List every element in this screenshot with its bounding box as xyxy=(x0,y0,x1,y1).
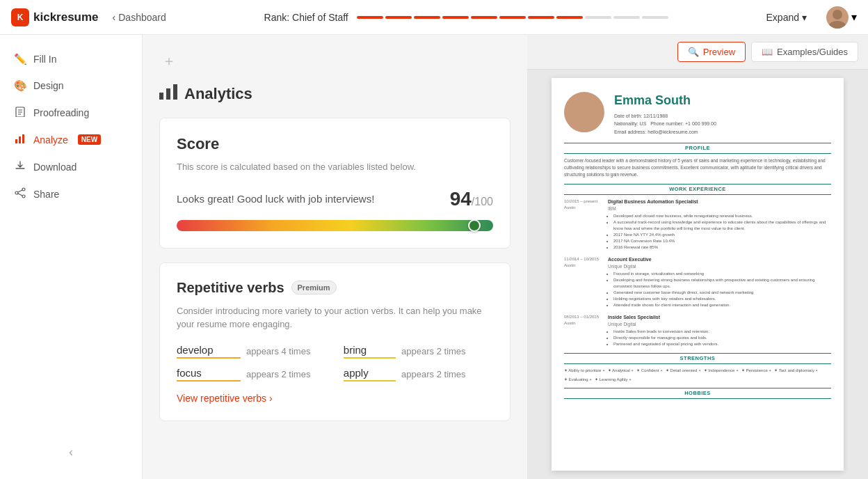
resume-header: Emma South Date of birth: 12/11/1988 Nat… xyxy=(564,92,831,136)
verb-focus-count: appears 2 times xyxy=(246,369,338,379)
verb-apply-count: appears 2 times xyxy=(401,369,493,379)
work-company-3: Unique Digital xyxy=(608,321,831,327)
edit-icon: ✏️ xyxy=(14,53,26,65)
rank-seg-8 xyxy=(556,16,583,19)
bullet: Generated new customer base through dire… xyxy=(613,290,831,296)
svg-rect-15 xyxy=(166,88,170,100)
resume-nationality: Nationality: US xyxy=(614,121,646,126)
resume-dob: Date of birth: 12/11/1988 xyxy=(614,112,716,120)
resume-work-title: Work experience xyxy=(564,184,831,196)
analyze-icon xyxy=(14,133,26,146)
work-content-2: Account Executive Unique Digital Focused… xyxy=(608,256,831,308)
score-denom: /100 xyxy=(472,196,493,207)
svg-rect-8 xyxy=(22,134,24,143)
strength-1: ✦ Ability to prioritize xyxy=(564,368,605,373)
rank-label: Rank: Chief of Staff xyxy=(264,12,348,23)
sidebar-item-download-label: Download xyxy=(33,162,77,173)
logo: K kickresume xyxy=(11,8,99,26)
work-date-2: 11/2014 – 10/2015 Austin xyxy=(564,256,602,308)
strength-3: ✦ Confident xyxy=(636,368,663,373)
dashboard-link[interactable]: Dashboard xyxy=(118,12,166,23)
chevron-right-icon: › xyxy=(269,393,273,404)
work-date-1: 10/2015 – present Austin xyxy=(564,198,602,251)
rank-seg-4 xyxy=(442,16,469,19)
rank-area: Rank: Chief of Staff xyxy=(175,12,758,23)
user-menu[interactable]: ▾ xyxy=(826,6,857,29)
analytics-header: Analytics xyxy=(159,84,511,104)
back-button[interactable]: ‹ Dashboard xyxy=(113,12,166,23)
repetitive-verbs-heading: Repetitive verbs xyxy=(177,280,284,296)
bullet: 2017 New NA YTY 24.4% growth xyxy=(613,232,831,238)
bullet: Inside Sales from leads to conversion an… xyxy=(613,329,831,335)
avatar xyxy=(826,6,849,29)
rank-seg-6 xyxy=(499,16,526,19)
sidebar-item-share[interactable]: Share xyxy=(0,180,142,207)
sidebar-collapse-button[interactable]: ‹ xyxy=(0,437,142,468)
resume-area: Emma South Date of birth: 12/11/1988 Nat… xyxy=(527,70,868,479)
expand-label: Expand xyxy=(766,12,799,23)
sidebar-item-fill-in[interactable]: ✏️ Fill In xyxy=(0,46,142,72)
bullet: Partnered and negotiated of special pric… xyxy=(613,341,831,347)
sidebar-item-share-label: Share xyxy=(33,189,59,200)
preview-button[interactable]: 🔍 Preview xyxy=(677,42,746,62)
resume-preview-panel: 🔍 Preview 📖 Examples/Guides Emma South D… xyxy=(527,35,868,479)
svg-point-9 xyxy=(22,188,25,191)
svg-point-18 xyxy=(570,118,598,132)
repetitive-verbs-card: Repetitive verbs Premium Consider introd… xyxy=(159,262,511,421)
bullet: Attended trade shows for client interact… xyxy=(613,302,831,308)
logo-icon: K xyxy=(11,8,29,26)
sidebar-item-analyze[interactable]: Analyze NEW xyxy=(0,126,142,153)
score-card: Score This score is calculated based on … xyxy=(159,118,511,249)
bullet: 2017 NA Conversion Rate 10.4% xyxy=(613,238,831,244)
resume-hobbies-title: Hobbies xyxy=(564,388,831,400)
score-number: 94 xyxy=(450,188,472,210)
proofreading-icon xyxy=(14,106,26,119)
bullet: Developed and closed new business, while… xyxy=(613,213,831,219)
resume-profile-title: Profile xyxy=(564,143,831,155)
resume-header-info: Emma South Date of birth: 12/11/1988 Nat… xyxy=(614,92,716,136)
add-section-button[interactable]: ＋ xyxy=(159,49,511,73)
sidebar-item-proofreading[interactable]: Proofreading xyxy=(0,99,142,126)
new-badge: NEW xyxy=(78,134,101,145)
resume-name: Emma South xyxy=(614,92,716,109)
sidebar-item-design[interactable]: 🎨 Design xyxy=(0,72,142,99)
svg-line-12 xyxy=(18,190,22,192)
sidebar-item-download[interactable]: Download xyxy=(0,153,142,180)
strength-7: ✦ Tact and diplomacy xyxy=(774,368,818,373)
work-content-3: Inside Sales Specialist Unique Digital I… xyxy=(608,314,831,347)
verb-apply: apply xyxy=(344,367,396,382)
svg-point-17 xyxy=(576,99,593,116)
score-thumb xyxy=(468,219,481,232)
work-bullets-3: Inside Sales from leads to conversion an… xyxy=(608,329,831,347)
analytics-chart-icon xyxy=(159,84,177,104)
resume-phone: Phone number: +1 000 999 00 xyxy=(650,121,716,126)
rank-progress-bar xyxy=(357,16,668,19)
rank-seg-9 xyxy=(585,16,611,19)
view-repetitive-verbs-link[interactable]: View repetitive verbs › xyxy=(177,393,493,404)
preview-label: Preview xyxy=(703,47,735,57)
search-icon: 🔍 xyxy=(688,47,699,57)
share-icon xyxy=(14,187,26,201)
strength-2: ✦ Analytical xyxy=(608,368,634,373)
download-icon xyxy=(14,160,26,173)
logo-text: kickresume xyxy=(33,10,99,24)
work-title-2: Account Executive xyxy=(608,256,831,263)
verb-bring-count: appears 2 times xyxy=(401,346,493,356)
svg-rect-7 xyxy=(19,136,21,143)
main-layout: ✏️ Fill In 🎨 Design Proofreading Analyze… xyxy=(0,35,868,479)
repetitive-verbs-desc: Consider introducing more variety to you… xyxy=(177,304,493,331)
expand-button[interactable]: Expand ▾ xyxy=(766,12,807,23)
design-icon: 🎨 xyxy=(14,79,26,92)
work-content-1: Digital Business Automation Specialist I… xyxy=(608,198,831,251)
verb-develop-count: appears 4 times xyxy=(246,346,338,356)
rank-seg-11 xyxy=(642,16,668,19)
work-title-1: Digital Business Automation Specialist xyxy=(608,198,831,205)
rank-seg-7 xyxy=(528,16,554,19)
svg-line-13 xyxy=(18,194,22,196)
score-value: 94/100 xyxy=(450,188,493,210)
examples-guides-button[interactable]: 📖 Examples/Guides xyxy=(751,42,858,62)
sidebar-item-design-label: Design xyxy=(33,80,64,91)
repetitive-verbs-title: Repetitive verbs Premium xyxy=(177,280,493,296)
score-progress-bar xyxy=(177,220,493,231)
score-row: Looks great! Good luck with job intervie… xyxy=(177,188,493,210)
